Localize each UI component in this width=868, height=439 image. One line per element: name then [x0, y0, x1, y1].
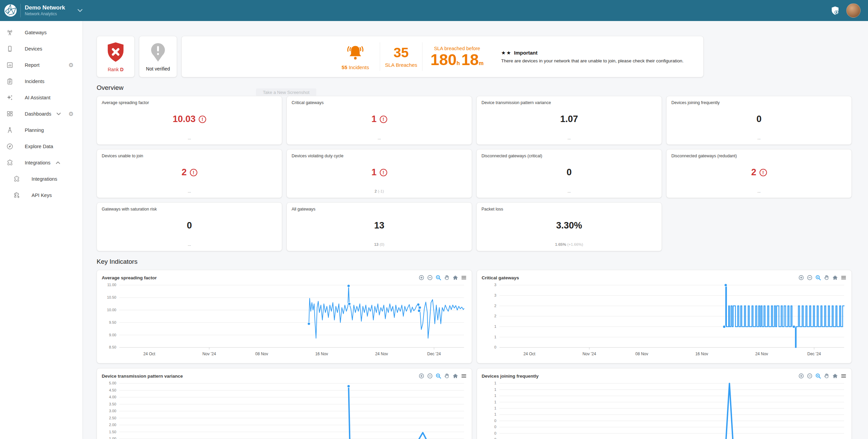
chevron-down-icon[interactable] [57, 113, 61, 115]
sidebar-item-label: Integrations [25, 160, 51, 165]
sidebar-item-label: Gateways [25, 30, 46, 35]
home-icon[interactable] [452, 275, 458, 281]
admin-shield-icon[interactable] [830, 5, 840, 16]
summary-row: Rank D Not verified [97, 36, 852, 77]
chart-plot-average-spreading-factor[interactable]: 11.0010.5010.009.509.008.5024 OctNov '24… [102, 282, 467, 358]
sidebar-item-planning[interactable]: Planning [0, 122, 82, 138]
svg-text:0: 0 [494, 345, 496, 349]
svg-text:3.00: 3.00 [109, 409, 116, 413]
puzzle-icon [6, 159, 14, 166]
zoom-out-icon[interactable] [427, 275, 433, 281]
warning-circle-icon: ! [760, 169, 767, 176]
incidents-count-label: 55 Incidents [342, 64, 369, 70]
sidebar-item-label: Integrations [32, 176, 57, 182]
menu-icon[interactable] [841, 275, 847, 281]
stat-value: 0 [567, 167, 572, 178]
important-title: Important [514, 50, 537, 56]
overview-card-all-gateways: All gateways1313 (0) [287, 202, 472, 251]
zoom-out-icon[interactable] [807, 275, 813, 281]
stat-value: 1 [371, 167, 376, 178]
zoom-in-icon[interactable] [418, 373, 425, 379]
home-icon[interactable] [832, 275, 838, 281]
menu-icon[interactable] [461, 275, 467, 281]
take-screenshot-ghost-button[interactable]: Take a New Screenshot [256, 88, 316, 96]
sidebar-item-explore-data[interactable]: Explore Data [0, 138, 82, 155]
menu-icon[interactable] [841, 373, 847, 379]
report-icon [6, 61, 14, 69]
pan-icon[interactable] [444, 275, 450, 281]
separator [422, 42, 422, 71]
org-switcher-chevron-icon[interactable] [77, 9, 83, 12]
rank-shield-x-icon [105, 41, 126, 64]
home-icon[interactable] [452, 373, 458, 379]
chart-title: Average spreading factor [102, 275, 157, 280]
pan-icon[interactable] [444, 373, 450, 379]
svg-text:10.50: 10.50 [107, 295, 116, 299]
svg-text:08 Nov: 08 Nov [635, 352, 648, 356]
zoom-out-icon[interactable] [807, 373, 813, 379]
main-content: Take a New Screenshot Rank D Not v [82, 21, 868, 439]
warning-circle-icon: ! [199, 116, 206, 123]
sidebar-item-incidents[interactable]: Incidents [0, 73, 82, 89]
selection-zoom-icon[interactable] [435, 373, 441, 379]
device-icon [6, 45, 14, 53]
not-verified-card: Not verified [139, 36, 177, 77]
zoom-in-icon[interactable] [798, 275, 804, 281]
sla-time-label: SLA breached before [434, 46, 480, 51]
sidebar-item-devices[interactable]: Devices [0, 41, 82, 57]
chart-plot-critical-gateways[interactable]: 332211024 OctNov '2408 Nov16 Nov24 NovDe… [482, 282, 847, 358]
chart-plot-device-transmission-pattern-variance[interactable]: 5.004.504.003.503.002.502.001.501.000.50… [102, 380, 467, 439]
stat-title: All gateways [292, 207, 467, 212]
stat-title: Critical gateways [292, 100, 467, 105]
sla-time-block: SLA breached before 180h 18m [425, 46, 490, 67]
svg-text:2: 2 [494, 314, 496, 318]
sidebar-item-report[interactable]: Report⚙ [0, 57, 82, 73]
zoom-out-icon[interactable] [427, 373, 433, 379]
stat-value: 0 [187, 220, 192, 231]
overview-card-disconnected-gateways-critical-: Disconnected gateways (critical)0... [476, 149, 662, 198]
sidebar-item-dashboards[interactable]: Dashboards⚙ [0, 106, 82, 122]
incident-summary-card: 55 Incidents 35 SLA Breaches SLA breache… [181, 36, 704, 77]
stat-value: 1 [371, 114, 376, 124]
sparkles-icon [6, 94, 14, 101]
warning-circle-icon: ! [190, 169, 197, 176]
chart-plot-devices-joining-frequently[interactable]: 1111110000024 OctNov '2408 Nov16 Nov24 N… [482, 380, 847, 439]
rank-label: Rank D [108, 67, 124, 72]
sidebar-item-ai-assistant[interactable]: AI Assistant [0, 89, 82, 106]
stat-value: 0 [756, 114, 762, 124]
stat-value: 10.03 [173, 114, 196, 124]
stat-subvalue: 1.65% (+1.66%) [477, 242, 662, 246]
antenna-icon [6, 29, 14, 36]
svg-text:0: 0 [494, 437, 496, 439]
overview-grid: Average spreading factor10.03!...Critica… [97, 96, 852, 251]
menu-icon[interactable] [461, 373, 467, 379]
home-icon[interactable] [832, 373, 838, 379]
pan-icon[interactable] [824, 373, 830, 379]
selection-zoom-icon[interactable] [435, 275, 441, 281]
svg-text:2.50: 2.50 [109, 416, 116, 420]
selection-zoom-icon[interactable] [815, 373, 821, 379]
svg-text:1: 1 [494, 394, 496, 398]
chevron-up-icon[interactable] [56, 161, 60, 164]
zoom-in-icon[interactable] [798, 373, 804, 379]
sidebar-subitem-integrations[interactable]: Integrations [0, 171, 82, 187]
sidebar-subitem-api-keys[interactable]: API Keys [0, 187, 82, 203]
user-avatar[interactable] [846, 3, 861, 18]
overview-card-packet-loss: Packet loss3.30%1.65% (+1.66%) [476, 202, 662, 251]
sidebar-item-integrations[interactable]: Integrations [0, 155, 82, 171]
svg-text:24 Oct: 24 Oct [143, 352, 156, 356]
sla-breaches-block: 35 SLA Breaches [382, 46, 420, 68]
zoom-in-icon[interactable] [418, 275, 425, 281]
stat-title: Average spreading factor [102, 100, 277, 105]
pan-icon[interactable] [824, 275, 830, 281]
stat-value: 13 [374, 220, 384, 231]
selection-zoom-icon[interactable] [815, 275, 821, 281]
chart-card-device-transmission-pattern-variance: Device transmission pattern variance5.00… [97, 368, 472, 439]
important-notice: ★★ Important There are devices in your n… [501, 50, 698, 63]
separator [380, 42, 380, 71]
gear-icon[interactable]: ⚙ [68, 111, 74, 117]
gear-icon[interactable]: ⚙ [68, 62, 74, 68]
svg-text:1: 1 [494, 400, 496, 404]
svg-text:2.00: 2.00 [109, 423, 116, 427]
sidebar-item-gateways[interactable]: Gateways [0, 24, 82, 41]
